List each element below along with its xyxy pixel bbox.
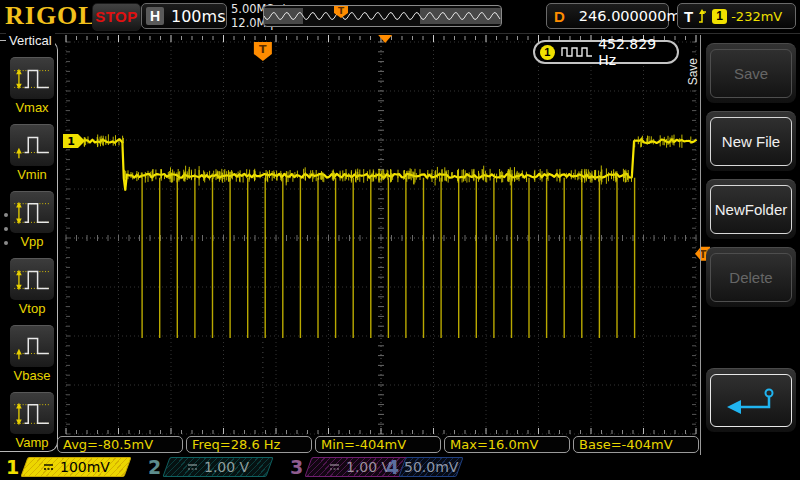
softkey-delete[interactable]: Delete: [706, 247, 796, 307]
channel-2-number: 2: [148, 456, 161, 478]
vmax-icon: [13, 65, 51, 93]
top-status-bar: RIGOL STOP H 100ms 5.00MSa/s 12.0M pts T…: [0, 0, 800, 34]
waveform-display: 1TT: [0, 0, 800, 480]
measurement-bar: Avg=-80.5mV Freq=28.6 Hz Min=-404mV Max=…: [0, 436, 800, 455]
channel-4-scale: 50.0mV: [404, 459, 458, 475]
channel-3-number: 3: [290, 456, 303, 478]
trigger-source-badge: 1: [712, 9, 727, 24]
channel-1-number: 1: [6, 456, 19, 478]
trigger-level-value: -232mV: [731, 9, 782, 24]
channel-2-scale-chip[interactable]: 1.00 V: [162, 457, 273, 477]
channel-1-scale: 100mV: [60, 459, 110, 475]
delay-label: D: [554, 8, 565, 25]
menu-item-label: Vmin: [10, 167, 54, 182]
memory-waveform-preview: T: [263, 5, 502, 27]
svg-text:T: T: [259, 43, 267, 56]
right-menu-tab: Save: [686, 55, 700, 88]
menu-item-label: Vbase: [10, 368, 54, 383]
vamp-icon: [13, 400, 51, 428]
softkey-label: Save: [710, 49, 792, 98]
horizontal-timebase-box: H 100ms: [141, 3, 227, 29]
channel-3-scale: 1.00 V: [346, 459, 391, 475]
rising-edge-icon: [697, 8, 708, 24]
softkey-label: NewFolder: [710, 185, 792, 234]
return-arrow-icon: [721, 384, 781, 418]
softkey-label: Delete: [710, 253, 792, 302]
right-menu-divider: [700, 35, 701, 455]
menu-item-vmax[interactable]: Vmax: [10, 57, 54, 115]
menu-item-vmin[interactable]: Vmin: [10, 124, 54, 182]
measurement-freq[interactable]: Freq=28.6 Hz: [186, 436, 312, 453]
channel-4-number: 4: [386, 456, 399, 478]
delay-box: D 246.000000ms: [546, 3, 669, 29]
softkey-label: New File: [710, 117, 792, 166]
measurement-min[interactable]: Min=-404mV: [315, 436, 441, 453]
menu-item-vbase[interactable]: Vbase: [10, 325, 54, 383]
vmin-icon: [13, 132, 51, 160]
channel-4-scale-chip[interactable]: 50.0mV: [398, 457, 463, 477]
softkey-save[interactable]: Save: [706, 43, 796, 103]
run-state-button[interactable]: STOP: [92, 3, 141, 31]
dc-coupling-icon: [42, 462, 55, 472]
counter-source-badge: 1: [540, 45, 555, 60]
menu-item-label: Vmax: [10, 100, 54, 115]
trigger-box: T 1 -232mV: [677, 3, 796, 29]
left-menu-title: Vertical: [6, 33, 55, 48]
menu-item-label: Vpp: [10, 234, 54, 249]
square-wave-icon: [561, 46, 592, 58]
measurement-avg[interactable]: Avg=-80.5mV: [57, 436, 183, 453]
dc-coupling-icon: [328, 462, 341, 472]
channel-status-bar: 1 100mV 2 1.00 V 3: [0, 456, 800, 480]
svg-text:T: T: [338, 6, 345, 16]
frequency-counter: 1 452.829 Hz: [533, 40, 679, 64]
menu-item-vpp[interactable]: Vpp: [10, 191, 54, 249]
measurement-max[interactable]: Max=16.0mV: [444, 436, 570, 453]
softkey-back[interactable]: [706, 368, 796, 432]
softkey-new-folder[interactable]: NewFolder: [706, 179, 796, 239]
channel-2-scale: 1.00 V: [204, 459, 249, 475]
brand-logo: RIGOL: [5, 1, 97, 31]
preview-wave-icon: T: [264, 6, 501, 26]
svg-text:1: 1: [67, 135, 75, 148]
vbase-icon: [13, 333, 51, 361]
trigger-label: T: [684, 8, 693, 25]
menu-item-vtop[interactable]: Vtop: [10, 258, 54, 316]
vpp-icon: [13, 199, 51, 227]
oscilloscope-screen: RIGOL STOP H 100ms 5.00MSa/s 12.0M pts T…: [0, 0, 800, 480]
vtop-icon: [13, 266, 51, 294]
menu-item-label: Vtop: [10, 301, 54, 316]
channel-1-scale-chip[interactable]: 100mV: [20, 457, 131, 477]
timebase-value: 100ms: [171, 7, 225, 26]
page-indicator: [4, 203, 8, 255]
softkey-new-file[interactable]: New File: [706, 111, 796, 171]
measurement-base[interactable]: Base=-404mV: [573, 436, 699, 453]
horizontal-label: H: [146, 7, 164, 25]
dc-coupling-icon: [186, 462, 199, 472]
delay-value: 246.000000ms: [579, 8, 688, 24]
counter-value: 452.829 Hz: [598, 36, 677, 68]
